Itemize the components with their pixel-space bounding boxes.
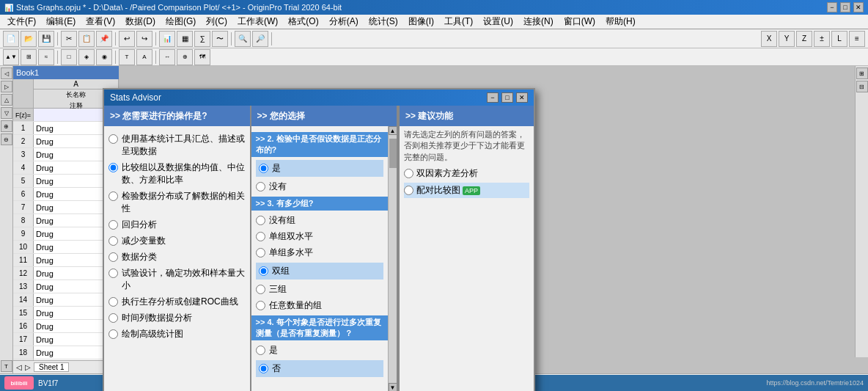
op-option-4[interactable]: 减少变量数 (108, 235, 246, 247)
op-option-5[interactable]: 数据分类 (108, 251, 246, 263)
tb-undo[interactable]: ↩ (119, 31, 135, 47)
op-option-9[interactable]: 绘制高级统计图 (108, 328, 246, 340)
tb2-btn9[interactable]: ↔ (159, 49, 175, 65)
col1-content: 使用基本统计工具汇总、描述或呈现数据 比较组以及数据集的均值、中位数、方差和比率… (104, 126, 250, 391)
menu-help[interactable]: 帮助(H) (601, 15, 640, 29)
tb-y[interactable]: Y (779, 31, 795, 47)
menu-tools[interactable]: 工具(T) (440, 15, 477, 29)
tb2-btn2[interactable]: ⊞ (21, 49, 37, 65)
q3-opt0[interactable]: 没有组 (256, 214, 384, 227)
q4-yes[interactable]: 是 (256, 344, 384, 357)
menu-analysis[interactable]: 分析(A) (325, 15, 363, 29)
scroll-up[interactable]: ▲ (389, 126, 397, 135)
q3-opt3[interactable]: 双组 (259, 265, 381, 277)
tb-copy[interactable]: 📋 (78, 31, 95, 47)
op-option-2[interactable]: 检验数据分布或了解数据的相关性 (108, 190, 246, 215)
menu-format[interactable]: 格式(O) (284, 15, 323, 29)
rec-opt-1[interactable]: 配对比较图 APP (404, 183, 529, 198)
menu-stats[interactable]: 统计(S) (364, 15, 402, 29)
tb-new[interactable]: 📄 (3, 31, 19, 47)
rec-opt-0[interactable]: 双因素方差分析 (404, 167, 529, 180)
minimize-button[interactable]: − (827, 2, 837, 12)
tb-zoom-in[interactable]: 🔍 (235, 31, 251, 47)
menu-view[interactable]: 查看(V) (81, 15, 119, 29)
op-radio-4[interactable] (108, 236, 118, 246)
col3-content: 请先选定左列的所有问题的答案，否则相关推荐更少于下边才能看更完整的问题。 双因素… (400, 126, 534, 391)
menu-connect[interactable]: 连接(N) (519, 15, 558, 29)
col1-panel: >> 您需要进行的操作是? 使用基本统计工具汇总、描述或呈现数据 比较组以及数据… (104, 106, 251, 391)
tb2-btn3[interactable]: ≈ (38, 49, 54, 65)
q4-header: >> 4. 每个对象是否进行过多次重复测量（是否有重复测量）？ (251, 315, 389, 340)
q4-highlight: 否 (256, 360, 384, 377)
col3-panel: >> 建议功能 请先选定左列的所有问题的答案，否则相关推荐更少于下边才能看更完整… (398, 106, 534, 391)
op-radio-2[interactable] (108, 191, 118, 201)
dialog-maximize[interactable]: □ (501, 92, 513, 103)
q4-no[interactable]: 否 (259, 362, 381, 375)
q3-opt1[interactable]: 单组双水平 (256, 230, 384, 243)
close-button[interactable]: ✕ (853, 2, 864, 12)
tb2-btn11[interactable]: 🗺 (194, 49, 210, 65)
tb-open[interactable]: 📂 (21, 31, 37, 47)
menu-image[interactable]: 图像(I) (404, 15, 438, 29)
menu-plot[interactable]: 绘图(G) (161, 15, 200, 29)
dialog-minimize[interactable]: − (487, 92, 499, 103)
tb-format[interactable]: ≡ (849, 31, 865, 47)
tb-redo[interactable]: ↪ (136, 31, 152, 47)
tb-graph[interactable]: 📊 (159, 31, 175, 47)
menu-edit[interactable]: 编辑(E) (42, 15, 80, 29)
op-option-8[interactable]: 时间列数据提分析 (108, 312, 246, 324)
tb2-btn7[interactable]: T (119, 49, 135, 65)
scroll-down[interactable]: ▼ (389, 383, 397, 391)
menu-settings[interactable]: 设置(U) (479, 15, 518, 29)
op-option-1[interactable]: 比较组以及数据集的均值、中位数、方差和比率 (108, 161, 246, 186)
tb2-btn1[interactable]: ▲▼ (3, 49, 19, 65)
q3-opt2[interactable]: 单组多水平 (256, 246, 384, 259)
op-option-6[interactable]: 试验设计，确定功效和样本量大小 (108, 267, 246, 292)
op-radio-8[interactable] (108, 313, 118, 323)
op-option-7[interactable]: 执行生存分析或创建ROC曲线 (108, 296, 246, 308)
tb-zoom-out[interactable]: 🔎 (252, 31, 268, 47)
tb-x[interactable]: X (761, 31, 777, 47)
menu-col[interactable]: 列(C) (202, 15, 232, 29)
tb-paste[interactable]: 📌 (96, 31, 112, 47)
menu-data[interactable]: 数据(D) (121, 15, 160, 29)
dialog-close[interactable]: ✕ (516, 92, 528, 103)
q2-yes[interactable]: 是 (259, 162, 381, 175)
dialog-body: >> 您需要进行的操作是? 使用基本统计工具汇总、描述或呈现数据 比较组以及数据… (104, 106, 534, 391)
op-radio-6[interactable] (108, 268, 118, 278)
op-radio-5[interactable] (108, 252, 118, 262)
op-radio-1[interactable] (108, 163, 118, 172)
op-radio-9[interactable] (108, 329, 118, 339)
col2-scrollbar[interactable]: ▲ ▼ (388, 126, 397, 391)
tb2-btn5[interactable]: ◈ (78, 49, 95, 65)
op-radio-3[interactable] (108, 220, 118, 230)
tb-err[interactable]: ± (814, 31, 830, 47)
menu-window[interactable]: 窗口(W) (559, 15, 600, 29)
tb2-btn10[interactable]: ⊕ (177, 49, 193, 65)
tb2-btn6[interactable]: ◉ (96, 49, 112, 65)
tb2-btn8[interactable]: A (136, 49, 152, 65)
tb-label[interactable]: L (831, 31, 847, 47)
op-radio-7[interactable] (108, 297, 118, 307)
op-radio-0[interactable] (108, 134, 118, 144)
window-title: Stats Graphs.opju * - D:\Data\ - /Paired… (16, 3, 342, 12)
op-option-0[interactable]: 使用基本统计工具汇总、描述或呈现数据 (108, 133, 246, 158)
bilibili-logo: bilibili (4, 376, 34, 390)
menu-file[interactable]: 文件(F) (3, 15, 40, 29)
maximize-button[interactable]: □ (840, 2, 850, 12)
tb2-btn4[interactable]: □ (61, 49, 77, 65)
tb-z[interactable]: Z (796, 31, 812, 47)
op-option-3[interactable]: 回归分析 (108, 219, 246, 231)
tb-fit[interactable]: 〜 (212, 31, 228, 47)
q3-opt4[interactable]: 三组 (256, 283, 384, 296)
q2-no[interactable]: 没有 (256, 180, 384, 193)
tb-cut[interactable]: ✂ (61, 31, 77, 47)
tb-stats[interactable]: ∑ (194, 31, 210, 47)
scroll-thumb[interactable] (389, 139, 397, 168)
q3-opt5[interactable]: 任意数量的组 (256, 299, 384, 312)
main-area: ◁ ▷ △ ▽ ⊕ ⊖ T Book1 A 长名称 注释 F(z)= (0, 66, 868, 373)
dialog-title: Stats Advisor (110, 92, 161, 103)
tb-table[interactable]: ▦ (177, 31, 193, 47)
menu-worksheet[interactable]: 工作表(W) (233, 15, 282, 29)
tb-save[interactable]: 💾 (38, 31, 54, 47)
